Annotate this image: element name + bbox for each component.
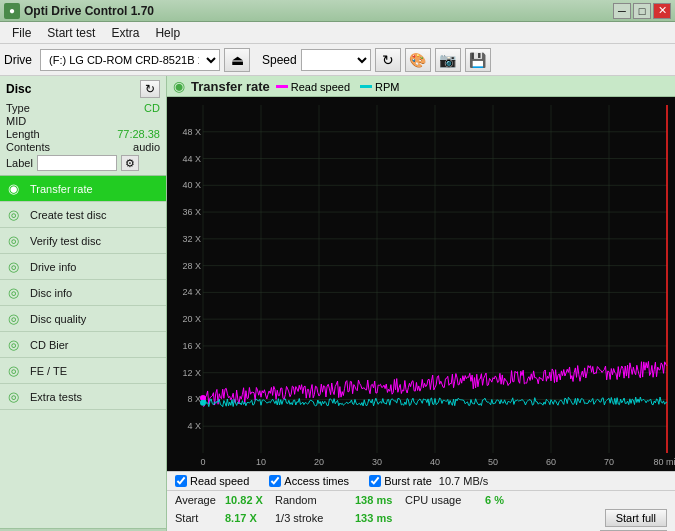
cd-bier-icon: ◎ xyxy=(8,337,24,352)
cb-burst-rate-value: 10.7 MB/s xyxy=(439,475,489,487)
nav-disc-quality-label: Disc quality xyxy=(30,313,86,325)
disc-panel: Disc ↻ Type CD MID Length 77:28.38 Conte… xyxy=(0,76,166,176)
menu-extra[interactable]: Extra xyxy=(103,24,147,42)
speed-select[interactable] xyxy=(301,49,371,71)
disc-length-row: Length 77:28.38 xyxy=(6,128,160,140)
nav-disc-info-label: Disc info xyxy=(30,287,72,299)
legend-rpm-label: RPM xyxy=(375,81,399,93)
nav-cd-bier[interactable]: ◎ CD Bier xyxy=(0,332,166,358)
disc-type-value: CD xyxy=(144,102,160,114)
disc-contents-value: audio xyxy=(133,141,160,153)
stats-row-start: Start 8.17 X 1/3 stroke 133 ms Start ful… xyxy=(175,509,667,527)
nav-fe-te[interactable]: ◎ FE / TE xyxy=(0,358,166,384)
drive-info-icon: ◎ xyxy=(8,259,24,274)
menu-start-test[interactable]: Start test xyxy=(39,24,103,42)
cpu-value: 6 % xyxy=(485,494,525,506)
titlebar: ● Opti Drive Control 1.70 ─ □ ✕ xyxy=(0,0,675,22)
nav-create-test-disc-label: Create test disc xyxy=(30,209,106,221)
nav-transfer-rate-label: Transfer rate xyxy=(30,183,93,195)
average-value: 10.82 X xyxy=(225,494,275,506)
nav-fe-te-label: FE / TE xyxy=(30,365,67,377)
menu-file[interactable]: File xyxy=(4,24,39,42)
camera-button[interactable]: 📷 xyxy=(435,48,461,72)
nav-items: ◉ Transfer rate ◎ Create test disc ◎ Ver… xyxy=(0,176,166,528)
disc-contents-row: Contents audio xyxy=(6,141,160,153)
chart-title: Transfer rate xyxy=(191,79,270,94)
maximize-button[interactable]: □ xyxy=(633,3,651,19)
start-value: 8.17 X xyxy=(225,512,275,524)
start-full-button[interactable]: Start full xyxy=(605,509,667,527)
drive-label: Drive xyxy=(4,53,32,67)
extra-tests-icon: ◎ xyxy=(8,389,24,404)
cb-burst-rate-label: Burst rate xyxy=(384,475,432,487)
cb-burst-rate[interactable]: Burst rate 10.7 MB/s xyxy=(369,475,488,487)
random-label: Random xyxy=(275,494,355,506)
minimize-button[interactable]: ─ xyxy=(613,3,631,19)
chart-icon: ◉ xyxy=(173,78,185,94)
onethird-stroke-value: 133 ms xyxy=(355,512,405,524)
disc-label-input[interactable] xyxy=(37,155,117,171)
app-icon: ● xyxy=(4,3,20,19)
disc-info-icon: ◎ xyxy=(8,285,24,300)
nav-cd-bier-label: CD Bier xyxy=(30,339,69,351)
disc-type-row: Type CD xyxy=(6,102,160,114)
nav-drive-info-label: Drive info xyxy=(30,261,76,273)
close-button[interactable]: ✕ xyxy=(653,3,671,19)
verify-test-disc-icon: ◎ xyxy=(8,233,24,248)
nav-transfer-rate[interactable]: ◉ Transfer rate xyxy=(0,176,166,202)
disc-title: Disc xyxy=(6,82,31,96)
chart-canvas xyxy=(167,97,675,471)
legend-read-speed: Read speed xyxy=(276,81,350,93)
sidebar: Disc ↻ Type CD MID Length 77:28.38 Conte… xyxy=(0,76,167,531)
disc-quality-icon: ◎ xyxy=(8,311,24,326)
nav-disc-quality[interactable]: ◎ Disc quality xyxy=(0,306,166,332)
create-test-disc-icon: ◎ xyxy=(8,207,24,222)
color-button[interactable]: 🎨 xyxy=(405,48,431,72)
chart-header: ◉ Transfer rate Read speed RPM xyxy=(167,76,675,97)
fe-te-icon: ◎ xyxy=(8,363,24,378)
disc-refresh-button[interactable]: ↻ xyxy=(140,80,160,98)
nav-extra-tests[interactable]: ◎ Extra tests xyxy=(0,384,166,410)
chart-legend: Read speed RPM xyxy=(276,81,400,93)
menu-help[interactable]: Help xyxy=(147,24,188,42)
stats-area: Average 10.82 X Random 138 ms CPU usage … xyxy=(167,491,675,531)
nav-verify-test-disc[interactable]: ◎ Verify test disc xyxy=(0,228,166,254)
legend-read-speed-label: Read speed xyxy=(291,81,350,93)
random-value: 138 ms xyxy=(355,494,405,506)
legend-rpm: RPM xyxy=(360,81,399,93)
refresh-button[interactable]: ↻ xyxy=(375,48,401,72)
cb-burst-rate-input[interactable] xyxy=(369,475,381,487)
disc-label-row: Label ⚙ xyxy=(6,155,160,171)
nav-extra-tests-label: Extra tests xyxy=(30,391,82,403)
app-title: Opti Drive Control 1.70 xyxy=(24,4,154,18)
onethird-stroke-label: 1/3 stroke xyxy=(275,512,355,524)
toolbar: Drive (F:) LG CD-ROM CRD-8521B 1.01 ⏏ Sp… xyxy=(0,44,675,76)
label-gear-button[interactable]: ⚙ xyxy=(121,155,139,171)
chart-container xyxy=(167,97,675,471)
start-label: Start xyxy=(175,512,225,524)
average-label: Average xyxy=(175,494,225,506)
cb-access-times-input[interactable] xyxy=(269,475,281,487)
checkboxes-row: Read speed Access times Burst rate 10.7 … xyxy=(167,471,675,491)
cb-read-speed[interactable]: Read speed xyxy=(175,475,249,487)
cb-access-times[interactable]: Access times xyxy=(269,475,349,487)
menubar: File Start test Extra Help xyxy=(0,22,675,44)
cb-access-times-label: Access times xyxy=(284,475,349,487)
cpu-label: CPU usage xyxy=(405,494,485,506)
nav-verify-test-disc-label: Verify test disc xyxy=(30,235,101,247)
nav-drive-info[interactable]: ◎ Drive info xyxy=(0,254,166,280)
cb-read-speed-input[interactable] xyxy=(175,475,187,487)
nav-disc-info[interactable]: ◎ Disc info xyxy=(0,280,166,306)
nav-create-test-disc[interactable]: ◎ Create test disc xyxy=(0,202,166,228)
drive-select[interactable]: (F:) LG CD-ROM CRD-8521B 1.01 xyxy=(40,49,220,71)
cb-read-speed-label: Read speed xyxy=(190,475,249,487)
save-button[interactable]: 💾 xyxy=(465,48,491,72)
legend-read-speed-color xyxy=(276,85,288,88)
legend-rpm-color xyxy=(360,85,372,88)
speed-label: Speed xyxy=(262,53,297,67)
disc-length-value: 77:28.38 xyxy=(117,128,160,140)
eject-button[interactable]: ⏏ xyxy=(224,48,250,72)
transfer-rate-icon: ◉ xyxy=(8,181,24,196)
stats-row-average: Average 10.82 X Random 138 ms CPU usage … xyxy=(175,494,667,506)
disc-mid-row: MID xyxy=(6,115,160,127)
